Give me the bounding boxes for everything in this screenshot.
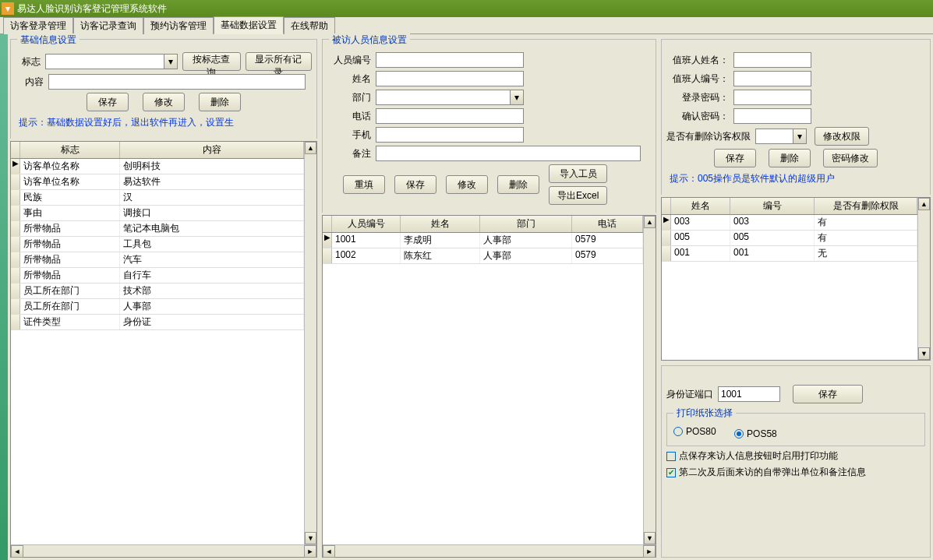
tab-base-data[interactable]: 基础数据设置: [214, 16, 284, 34]
import-worker-button[interactable]: 导入工员: [549, 164, 607, 183]
scroll-down-icon[interactable]: ▼: [918, 347, 930, 360]
idcard-port-input[interactable]: [718, 386, 780, 402]
scroll-right-icon[interactable]: ►: [304, 545, 316, 558]
left-edit-button[interactable]: 修改: [143, 93, 185, 111]
left-delete-button[interactable]: 删除: [199, 93, 241, 111]
window-title: 易达人脸识别访客登记管理系统软件: [17, 2, 167, 16]
person-id-input[interactable]: [376, 52, 524, 68]
tab-help[interactable]: 在线帮助: [284, 17, 335, 34]
mid-grid-vscroll[interactable]: ▲ ▼: [643, 216, 656, 544]
table-row[interactable]: ▶访客单位名称创明科技: [11, 159, 304, 174]
table-row[interactable]: 员工所在部门技术部: [11, 284, 304, 299]
main-tabbar: 访客登录管理 访客记录查询 预约访客管理 基础数据设置 在线帮助: [0, 17, 933, 34]
scroll-up-icon[interactable]: ▲: [305, 142, 316, 154]
table-row[interactable]: ▶003003有: [662, 215, 917, 231]
scroll-right-icon[interactable]: ►: [643, 545, 656, 558]
scroll-down-icon[interactable]: ▼: [644, 532, 656, 544]
mark-label: 标志: [16, 55, 41, 69]
dept-input[interactable]: [376, 90, 510, 105]
mid-reset-button[interactable]: 重填: [343, 175, 385, 194]
chevron-down-icon[interactable]: ▾: [793, 129, 807, 144]
left-save-button[interactable]: 保存: [87, 93, 129, 111]
mid-delete-button[interactable]: 删除: [497, 175, 539, 194]
note-input[interactable]: [376, 146, 641, 161]
content-label: 内容: [16, 76, 44, 89]
tel-input[interactable]: [376, 108, 524, 124]
left-grid-hscroll[interactable]: ◄ ►: [11, 544, 316, 557]
base-info-grid[interactable]: 标志 内容 ▶访客单位名称创明科技访客单位名称易达软件民族汉事由调接口所带物品笔…: [10, 141, 317, 558]
right-delete-button[interactable]: 删除: [769, 149, 811, 167]
operator-grid[interactable]: 姓名 编号 是否有删除权限 ▶003003有005005有001001无 ▲ ▼: [661, 197, 931, 361]
tab-visitor-query[interactable]: 访客记录查询: [73, 17, 143, 34]
table-row[interactable]: 证件类型身份证: [11, 315, 304, 330]
right-grid-vscroll[interactable]: ▲ ▼: [917, 198, 930, 360]
mid-edit-button[interactable]: 修改: [446, 175, 488, 194]
table-row[interactable]: 所带物品自行车: [11, 268, 304, 284]
table-row[interactable]: 001001无: [662, 246, 917, 262]
chk-print-on-save[interactable]: 点保存来访人信息按钮时启用打印功能: [666, 449, 838, 463]
query-by-mark-button[interactable]: 按标志查询: [182, 52, 241, 71]
mark-combo[interactable]: ▾: [45, 54, 178, 69]
right-hint: 提示：005操作员是软件默认的超级用户: [670, 172, 922, 185]
export-excel-button[interactable]: 导出Excel: [549, 186, 607, 205]
table-row[interactable]: 事由调接口: [11, 206, 304, 221]
table-row[interactable]: 所带物品汽车: [11, 252, 304, 268]
scroll-up-icon[interactable]: ▲: [644, 216, 656, 228]
port-label: 身份证端口: [666, 388, 713, 401]
tab-visitor-reserve[interactable]: 预约访客管理: [143, 17, 214, 34]
scroll-up-icon[interactable]: ▲: [918, 198, 930, 210]
visited-info-title: 被访人员信息设置: [329, 33, 410, 47]
table-row[interactable]: 所带物品笔记本电脑包: [11, 221, 304, 237]
mid-grid-hscroll[interactable]: ◄ ►: [323, 544, 656, 557]
person-grid[interactable]: 人员编号 姓名 部门 电话 ▶1001李成明人事部05791002陈东红人事部0…: [322, 215, 656, 558]
show-all-button[interactable]: 显示所有记录: [246, 52, 312, 71]
login-pwd-input[interactable]: [733, 90, 811, 105]
chk-popup-on-revisit[interactable]: ✔第二次及后面来访的自带弹出单位和备注信息: [666, 466, 866, 479]
chevron-down-icon[interactable]: ▾: [510, 90, 524, 105]
right-save-button[interactable]: 保存: [714, 149, 756, 167]
radio-pos58[interactable]: POS58: [734, 428, 777, 439]
left-hint: 提示：基础数据设置好后，退出软件再进入，设置生: [19, 116, 309, 129]
scroll-left-icon[interactable]: ◄: [323, 545, 335, 558]
mid-save-button[interactable]: 保存: [394, 175, 436, 194]
app-icon: ▾: [2, 2, 14, 15]
mark-input[interactable]: [45, 54, 164, 69]
table-row[interactable]: 员工所在部门人事部: [11, 299, 304, 315]
scroll-left-icon[interactable]: ◄: [11, 545, 23, 558]
base-info-title: 基础信息设置: [17, 33, 80, 47]
port-save-button[interactable]: 保存: [793, 385, 863, 403]
edit-perm-button[interactable]: 修改权限: [815, 127, 869, 146]
dept-combo[interactable]: ▾: [376, 90, 524, 105]
perm-input[interactable]: [755, 129, 793, 144]
mobile-input[interactable]: [376, 127, 524, 143]
chevron-down-icon[interactable]: ▾: [164, 54, 178, 69]
tab-visitor-login[interactable]: 访客登录管理: [3, 17, 73, 34]
person-name-input[interactable]: [376, 71, 524, 86]
radio-pos80[interactable]: POS80: [673, 426, 716, 437]
pwd-edit-button[interactable]: 密码修改: [823, 149, 878, 167]
table-row[interactable]: 所带物品工具包: [11, 237, 304, 252]
table-row[interactable]: 民族汉: [11, 190, 304, 206]
scroll-down-icon[interactable]: ▼: [305, 532, 316, 544]
perm-combo[interactable]: ▾: [755, 129, 807, 144]
table-row[interactable]: 005005有: [662, 231, 917, 246]
confirm-pwd-input[interactable]: [733, 108, 811, 124]
duty-id-input[interactable]: [733, 71, 811, 86]
table-row[interactable]: 1002陈东红人事部0579: [323, 248, 643, 264]
duty-name-input[interactable]: [733, 52, 811, 68]
table-row[interactable]: 访客单位名称易达软件: [11, 174, 304, 190]
left-grid-vscroll[interactable]: ▲ ▼: [304, 142, 316, 544]
content-input[interactable]: [48, 74, 306, 90]
left-strip: [0, 34, 8, 560]
window-titlebar: ▾ 易达人脸识别访客登记管理系统软件: [0, 0, 933, 17]
table-row[interactable]: ▶1001李成明人事部0579: [323, 233, 643, 248]
paper-fieldset: 打印纸张选择 POS80 POS58: [666, 407, 925, 446]
